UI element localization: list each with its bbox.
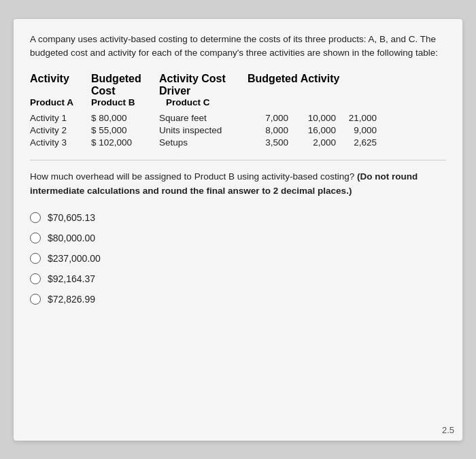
activity-2-prod-c: 9,000 [336, 125, 377, 135]
option-5-label: $72,826.99 [48, 294, 95, 305]
col-header-product-b: Product B [91, 97, 159, 107]
activity-3-driver: Setups [159, 137, 248, 148]
radio-3[interactable] [30, 253, 41, 264]
option-4-label: $92,164.37 [48, 273, 95, 284]
option-1-label: $70,605.13 [48, 212, 95, 223]
table-row: Activity 2 $ 55,000 Units inspected 8,00… [30, 125, 446, 135]
activity-table: Activity Budgeted Cost Activity Cost Dri… [30, 73, 446, 148]
answer-options: $70,605.13 $80,000.00 $237,000.00 $92,16… [30, 212, 446, 305]
intro-paragraph: A company uses activity-based costing to… [30, 33, 446, 61]
activity-3-prod-a: 3,500 [248, 137, 288, 148]
activity-3-name: Activity 3 [30, 137, 91, 148]
col-header-budgeted-activity: Budgeted Activity [248, 73, 446, 85]
activity-2-name: Activity 2 [30, 125, 91, 135]
activity-3-cost: $ 102,000 [91, 137, 159, 148]
col-header-product-a: Product A [30, 97, 91, 107]
activity-2-cost: $ 55,000 [91, 125, 159, 135]
question-bold: (Do not round intermediate calculations … [30, 171, 418, 196]
main-card: A company uses activity-based costing to… [14, 19, 462, 441]
activity-1-prod-a: 7,000 [248, 113, 288, 123]
data-rows: Activity 1 $ 80,000 Square feet 7,000 10… [30, 113, 446, 148]
radio-4[interactable] [30, 273, 41, 284]
option-1[interactable]: $70,605.13 [30, 212, 446, 223]
col-header-product-c: Product C [166, 97, 210, 107]
option-3-label: $237,000.00 [48, 253, 101, 264]
table-row: Activity 3 $ 102,000 Setups 3,500 2,000 … [30, 137, 446, 148]
activity-1-prod-c: 21,000 [336, 113, 377, 123]
option-3[interactable]: $237,000.00 [30, 253, 446, 264]
activity-1-name: Activity 1 [30, 113, 91, 123]
option-4[interactable]: $92,164.37 [30, 273, 446, 284]
radio-5[interactable] [30, 294, 41, 305]
col-header-cost-driver: Activity Cost Driver [159, 73, 248, 97]
activity-2-prod-b: 16,000 [288, 125, 336, 135]
radio-2[interactable] [30, 233, 41, 243]
question-text: How much overhead will be assigned to Pr… [30, 170, 446, 199]
divider [30, 160, 446, 160]
activity-2-prod-a: 8,000 [248, 125, 288, 135]
table-row: Activity 1 $ 80,000 Square feet 7,000 10… [30, 113, 446, 123]
activity-3-prod-c: 2,625 [336, 137, 377, 148]
option-2-label: $80,000.00 [48, 233, 95, 243]
table-header-row1: Activity Budgeted Cost Activity Cost Dri… [30, 73, 446, 97]
activity-3-prod-b: 2,000 [288, 137, 336, 148]
radio-1[interactable] [30, 212, 41, 223]
option-2[interactable]: $80,000.00 [30, 233, 446, 243]
option-5[interactable]: $72,826.99 [30, 294, 446, 305]
page-number: 2.5 [442, 425, 454, 435]
activity-1-cost: $ 80,000 [91, 113, 159, 123]
table-header-row2: Product A Product B Product C [30, 97, 446, 107]
activity-1-driver: Square feet [159, 113, 248, 123]
col-header-budgeted-cost: Budgeted Cost [91, 73, 159, 97]
activity-1-prod-b: 10,000 [288, 113, 336, 123]
activity-2-driver: Units inspected [159, 125, 248, 135]
col-header-activity: Activity [30, 73, 91, 85]
